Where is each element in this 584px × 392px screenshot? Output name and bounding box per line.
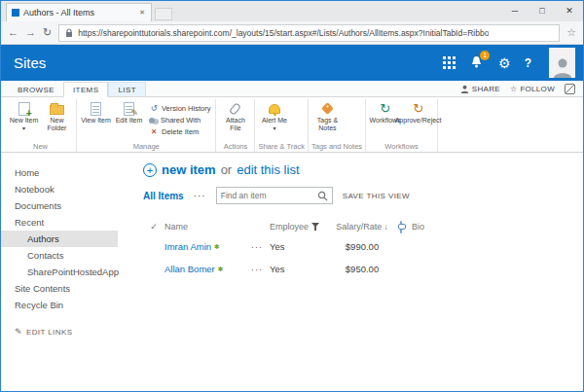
sidebar-item-recent[interactable]: Recent: [1, 214, 118, 231]
user-avatar[interactable]: [549, 48, 575, 78]
favorite-star-icon[interactable]: ☆: [566, 26, 576, 39]
attach-file-icon: [232, 101, 238, 116]
sidebar-item-recycle-bin[interactable]: Recycle Bin: [1, 297, 118, 313]
tab-items[interactable]: ITEMS: [63, 82, 108, 97]
view-options-ellipsis[interactable]: ···: [194, 191, 206, 201]
forward-icon[interactable]: →: [25, 27, 36, 38]
focus-on-content-icon[interactable]: [565, 84, 575, 94]
approve-reject-button[interactable]: ↻ Approve/Reject: [402, 99, 434, 125]
item-menu-ellipsis[interactable]: ···: [244, 264, 270, 274]
column-header-bio[interactable]: Bio: [408, 222, 441, 232]
group-label-tags-notes: Tags and Notes: [311, 140, 362, 152]
column-slider-wrap: [394, 221, 408, 233]
table-row[interactable]: Imran Amin ✱ ··· Yes $990.00: [143, 235, 575, 258]
share-button[interactable]: SHARE: [460, 85, 500, 93]
alert-me-button[interactable]: Alert Me ▾: [258, 99, 290, 131]
sidebar-item-authors[interactable]: Authors: [1, 231, 118, 247]
search-input[interactable]: [221, 191, 314, 200]
sidebar-item-contacts[interactable]: Contacts: [1, 247, 118, 264]
edit-item-button[interactable]: Edit Item: [113, 99, 145, 125]
group-label-new: New: [8, 140, 73, 152]
ribbon-group-workflows: ↻ Workflows ↻ Approve/Reject Workflows: [366, 99, 438, 152]
items-table: ✓ Name Employee Salary/Rate ↓: [143, 218, 575, 280]
item-link[interactable]: Allan Bomer: [164, 264, 215, 274]
refresh-icon[interactable]: ↻: [43, 27, 52, 38]
save-view-link[interactable]: SAVE THIS VIEW: [343, 192, 410, 200]
browser-tab[interactable]: Authors - All Items ✕: [6, 3, 152, 21]
share-label: SHARE: [472, 85, 500, 93]
tab-close-icon[interactable]: ✕: [138, 9, 146, 17]
sidebar-item-documents[interactable]: Documents: [1, 197, 118, 214]
paperclip-shape: [229, 102, 241, 116]
new-folder-label: New Folder: [41, 117, 73, 131]
tags-notes-icon: [323, 101, 332, 116]
maximize-button[interactable]: □: [529, 1, 556, 20]
new-item-button[interactable]: New Item ▾: [8, 99, 40, 131]
notifications-bell-icon[interactable]: 1: [469, 55, 485, 70]
browser-tab-bar: Authors - All Items ✕ ─ □ ✕: [1, 1, 583, 21]
view-item-icon: [91, 101, 101, 116]
employee-header-label: Employee: [270, 222, 309, 232]
new-item-link[interactable]: new item: [162, 162, 216, 177]
column-header-employee[interactable]: Employee: [270, 222, 330, 232]
sidebar-item-home[interactable]: Home: [1, 164, 118, 181]
filter-icon: [311, 223, 319, 231]
column-header-salary[interactable]: Salary/Rate ↓: [330, 222, 394, 232]
sharepoint-suite-bar: Sites 1 ⚙ ?: [1, 45, 583, 81]
pencil-icon: ✎: [15, 327, 22, 337]
search-box: [216, 187, 333, 204]
delete-item-button[interactable]: ✕ Delete Item: [149, 126, 210, 137]
app-launcher-icon[interactable]: [443, 56, 456, 69]
doc-pencil-shape: [124, 102, 134, 116]
sidebar-item-notebook[interactable]: Notebook: [1, 181, 118, 197]
ribbon-tab-bar: BROWSE ITEMS LIST SHARE ☆ FOLLOW: [1, 81, 583, 97]
follow-button[interactable]: ☆ FOLLOW: [510, 85, 555, 93]
version-history-icon: ↺: [149, 105, 159, 113]
select-all-checkmark-icon[interactable]: ✓: [143, 222, 164, 232]
column-header-name[interactable]: Name: [164, 222, 244, 232]
ribbon-group-new-buttons: New Item ▾ New Folder: [8, 99, 73, 140]
group-label-manage: Manage: [80, 140, 212, 152]
view-item-button[interactable]: View Item: [80, 99, 112, 125]
view-toolbar: All Items ··· SAVE THIS VIEW: [143, 187, 575, 204]
url-field[interactable]: https://sharepointtutorials.sharepoint.c…: [58, 24, 560, 42]
version-history-button[interactable]: ↺ Version History: [149, 103, 210, 114]
edit-list-link[interactable]: edit this list: [237, 162, 299, 177]
sharepoint-favicon-icon: [12, 9, 19, 17]
version-history-label: Version History: [162, 104, 210, 113]
help-icon[interactable]: ?: [525, 56, 531, 70]
tag-shape: [321, 102, 334, 115]
item-link[interactable]: Imran Amin: [164, 241, 211, 252]
ribbon-group-workflows-buttons: ↻ Workflows ↻ Approve/Reject: [369, 99, 434, 140]
view-all-items-link[interactable]: All Items: [143, 191, 184, 201]
settings-gear-icon[interactable]: ⚙: [498, 56, 511, 70]
table-row[interactable]: Allan Bomer ✱ ··· Yes $950.00: [143, 258, 575, 280]
attach-file-button[interactable]: Attach File: [219, 99, 251, 131]
new-tab-button[interactable]: [155, 8, 172, 20]
shared-with-button[interactable]: Shared With: [149, 115, 210, 125]
minimize-button[interactable]: ─: [501, 1, 529, 20]
tags-notes-button[interactable]: Tags & Notes: [311, 99, 344, 131]
sidebar-item-site-contents[interactable]: Site Contents: [1, 280, 118, 297]
edit-links-button[interactable]: ✎ EDIT LINKS: [1, 327, 118, 337]
new-item-caret-icon: ▾: [22, 125, 25, 131]
search-icon[interactable]: [317, 191, 328, 201]
tab-list[interactable]: LIST: [108, 82, 146, 96]
close-button[interactable]: ✕: [556, 1, 583, 20]
sidebar-item-sharepointhostedapp[interactable]: SharePointHostedApp: [1, 264, 118, 280]
salary-header-label: Salary/Rate: [336, 222, 382, 232]
manage-small-buttons: ↺ Version History Shared With ✕ Delete I…: [146, 99, 212, 137]
salary-cell: $990.00: [330, 241, 394, 252]
address-bar: ← → ↻ https://sharepointtutorials.sharep…: [1, 21, 583, 45]
delete-item-label: Delete Item: [162, 127, 199, 136]
employee-cell: Yes: [270, 264, 330, 274]
new-folder-button[interactable]: New Folder: [41, 99, 73, 131]
back-icon[interactable]: ←: [8, 27, 18, 38]
item-menu-ellipsis[interactable]: ···: [244, 241, 270, 252]
share-person-icon: [460, 85, 469, 93]
tab-browse[interactable]: BROWSE: [9, 83, 63, 96]
group-label-actions: Actions: [219, 140, 251, 152]
ribbon-group-tags-notes: Tags & Notes Tags and Notes: [309, 99, 366, 152]
approve-reject-icon: ↻: [413, 101, 423, 116]
alert-me-label: Alert Me: [262, 117, 287, 125]
